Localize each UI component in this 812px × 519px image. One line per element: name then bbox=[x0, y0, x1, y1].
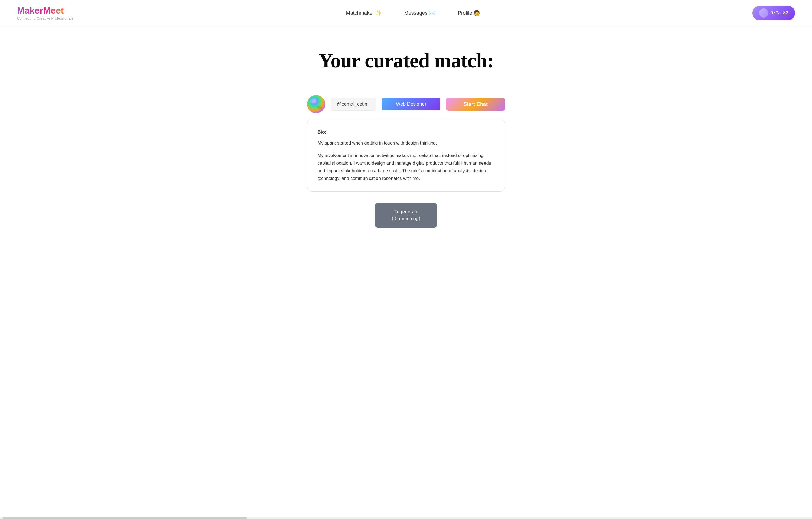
nav-matchmaker[interactable]: Matchmaker ✨ bbox=[346, 10, 382, 16]
nav-profile[interactable]: Profile 🧑 bbox=[458, 10, 480, 16]
bottom-scrollbar[interactable] bbox=[0, 517, 812, 519]
app-logo: MakerMeet bbox=[17, 6, 73, 16]
role-badge[interactable]: Web Designer bbox=[382, 98, 440, 110]
wallet-address: 0×9a..82 bbox=[771, 10, 788, 16]
regenerate-button[interactable]: Regenerate (0 remaining) bbox=[375, 203, 437, 228]
username-tag: @cemal_cetin bbox=[331, 98, 376, 111]
svg-point-0 bbox=[307, 95, 325, 113]
scrollbar-thumb bbox=[3, 517, 246, 519]
logo-area: MakerMeet Connecting Creative Profession… bbox=[17, 6, 73, 20]
app-subtitle: Connecting Creative Professionals bbox=[17, 16, 73, 20]
match-container: @cemal_cetin Web Designer Start Chat Bio… bbox=[307, 95, 505, 192]
nav: Matchmaker ✨ Messages ✉️ Profile 🧑 bbox=[346, 10, 480, 16]
wallet-avatar bbox=[759, 8, 768, 18]
main-content: Your curated match: bbox=[0, 26, 812, 245]
bio-label: Bio: bbox=[318, 128, 494, 136]
wallet-button[interactable]: 0×9a..82 bbox=[752, 6, 795, 20]
page-title: Your curated match: bbox=[318, 49, 494, 73]
regenerate-line2: (0 remaining) bbox=[392, 216, 420, 221]
nav-messages[interactable]: Messages ✉️ bbox=[404, 10, 435, 16]
start-chat-button[interactable]: Start Chat bbox=[446, 98, 505, 111]
header: MakerMeet Connecting Creative Profession… bbox=[0, 0, 812, 26]
bio-line2: My involvement in innovation activities … bbox=[318, 152, 494, 183]
match-header: @cemal_cetin Web Designer Start Chat bbox=[307, 95, 505, 113]
bio-line1: My spark started when getting in touch w… bbox=[318, 139, 494, 147]
bio-card: Bio: My spark started when getting in to… bbox=[307, 119, 505, 192]
user-avatar bbox=[307, 95, 325, 113]
regenerate-line1: Regenerate bbox=[394, 209, 419, 215]
